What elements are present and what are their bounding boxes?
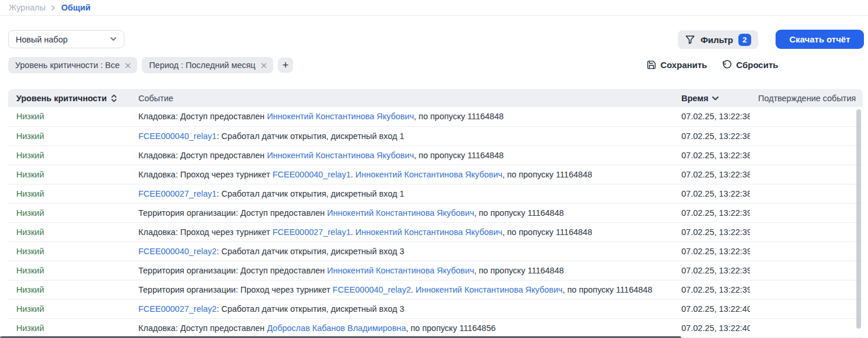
severity-cell: Низкий [8,165,134,184]
reset-button[interactable]: Сбросить [722,60,778,70]
severity-cell: Низкий [8,241,134,261]
confirmation-cell [750,184,863,203]
vertical-scrollbar-thumb[interactable] [856,109,861,329]
event-text: Кладовка: Проход через турникет [138,170,273,179]
confirmation-cell [750,222,863,241]
column-header-event[interactable]: Событие [134,89,673,107]
events-table: Уровень критичности Событие Время [8,89,863,338]
table-row[interactable]: НизкийКладовка: Доступ предоставлен Инно… [8,145,863,165]
confirmation-cell [750,318,863,337]
time-cell: 07.02.25, 13:22:40 [673,299,750,318]
time-cell: 07.02.25, 13:22:38 [673,126,750,145]
event-cell: Кладовка: Доступ предоставлен Доброслав … [134,318,673,337]
column-header-confirmation-label: Подтверждение события [758,94,856,103]
table-row[interactable]: НизкийТерритория организации: Проход чер… [8,280,863,299]
column-header-event-label: Событие [138,94,173,103]
table-row[interactable]: НизкийFCEE000040_relay2: Сработал датчик… [8,241,863,261]
filter-set-actions: Сохранить Сбросить [646,60,778,70]
preset-select[interactable]: Новый набор [8,30,124,48]
column-header-confirmation[interactable]: Подтверждение события [750,89,863,107]
event-text: . [411,285,416,294]
event-text: Кладовка: Доступ предоставлен [138,151,267,160]
filter-chips: Уровень критичности : Все ✕ Период : Пос… [8,57,293,73]
chip-period-label: Период : Последний месяц [149,61,255,70]
download-report-button[interactable]: Скачать отчёт [776,30,864,49]
event-link[interactable]: FCEE000040_relay1 [138,131,217,141]
confirmation-cell [750,126,863,145]
event-text: Территория организации: Проход через тур… [138,285,333,294]
table-row[interactable]: НизкийКладовка: Доступ предоставлен Добр… [8,318,863,337]
close-icon[interactable]: ✕ [260,61,267,70]
event-text: : Сработал датчик открытия, дискретный в… [217,304,405,314]
severity-cell: Низкий [8,107,134,126]
time-cell: 07.02.25, 13:22:38 [673,165,750,184]
time-cell: 07.02.25, 13:22:39 [673,203,750,222]
event-text: Территория организации: Доступ предостав… [138,208,327,218]
column-header-severity[interactable]: Уровень критичности [8,89,134,107]
chevron-down-icon [110,35,117,44]
event-link[interactable]: FCEE000027_relay2 [138,304,217,314]
event-text: : Сработал датчик открытия, дискретный в… [217,131,405,141]
event-link[interactable]: Доброслав Кабанов Владимировна [267,323,406,333]
event-text: , по пропуску 11164848 [414,112,503,121]
event-text: Территория организации: Доступ предостав… [138,266,327,275]
save-button[interactable]: Сохранить [646,60,707,70]
breadcrumb-journals[interactable]: Журналы [9,3,45,12]
chip-period[interactable]: Период : Последний месяц ✕ [142,57,273,73]
event-link[interactable]: Иннокентий Константинова Якубович [327,208,474,218]
chip-severity[interactable]: Уровень критичности : Все ✕ [8,57,137,73]
event-text: Кладовка: Доступ предоставлен [138,112,267,121]
table-row[interactable]: НизкийКладовка: Проход через турникет FC… [8,222,863,241]
confirmation-cell [750,203,863,222]
chevron-right-icon [50,5,56,11]
column-header-time[interactable]: Время [673,89,750,107]
filter-button-label: Фильтр [701,35,733,45]
event-link[interactable]: Иннокентий Константинова Якубович [355,170,502,179]
log-table-body: НизкийКладовка: Доступ предоставлен Инно… [8,107,863,337]
event-link[interactable]: Иннокентий Константинова Якубович [327,266,474,275]
event-link[interactable]: Иннокентий Константинова Якубович [355,227,502,237]
table-row[interactable]: НизкийТерритория организации: Доступ пре… [8,203,863,222]
table-header-row: Уровень критичности Событие Время [8,89,863,107]
time-cell: 07.02.25, 13:22:40 [673,318,750,337]
event-link[interactable]: FCEE000027_relay1 [138,189,217,198]
save-icon [646,60,656,70]
close-icon[interactable]: ✕ [124,61,132,70]
sort-both-icon [110,94,117,102]
breadcrumb-current[interactable]: Общий [61,3,90,12]
event-link[interactable]: Иннокентий Константинова Якубович [416,285,563,294]
column-header-time-label: Время [681,94,708,103]
time-cell: 07.02.25, 13:22:39 [673,222,750,241]
event-link[interactable]: FCEE000040_relay2 [333,285,411,294]
table-row[interactable]: НизкийКладовка: Доступ предоставлен Инно… [8,107,863,126]
table-row[interactable]: НизкийКладовка: Проход через турникет FC… [8,165,863,184]
event-link[interactable]: FCEE000027_relay1 [273,227,351,237]
severity-cell: Низкий [8,145,134,165]
add-filter-button[interactable]: + [278,58,293,73]
event-link[interactable]: Иннокентий Константинова Якубович [267,151,414,160]
confirmation-cell [750,107,863,126]
severity-cell: Низкий [8,126,134,145]
event-cell: FCEE000027_relay1: Сработал датчик откры… [134,184,673,203]
time-cell: 07.02.25, 13:22:39 [673,261,750,280]
breadcrumb: Журналы Общий [0,0,868,16]
event-text: : Сработал датчик открытия, дискретный в… [217,247,405,256]
table-row[interactable]: НизкийТерритория организации: Доступ пре… [8,261,863,280]
event-cell: FCEE000040_relay2: Сработал датчик откры… [134,241,673,261]
filter-button[interactable]: Фильтр 2 [678,30,758,49]
event-link[interactable]: FCEE000040_relay1 [273,170,351,179]
event-cell: Кладовка: Доступ предоставлен Иннокентий… [134,145,673,165]
event-text: , по пропуску 11164848 [474,208,563,218]
table-row[interactable]: НизкийFCEE000040_relay1: Сработал датчик… [8,126,863,145]
severity-cell: Низкий [8,280,134,299]
chip-severity-label: Уровень критичности : Все [15,61,120,70]
event-link[interactable]: FCEE000040_relay2 [138,247,217,256]
event-link[interactable]: Иннокентий Константинова Якубович [267,112,414,121]
confirmation-cell [750,261,863,280]
table-row[interactable]: НизкийFCEE000027_relay1: Сработал датчик… [8,184,863,203]
filter-count-badge: 2 [738,34,751,46]
time-cell: 07.02.25, 13:22:38 [673,107,750,126]
confirmation-cell [750,299,863,318]
event-cell: FCEE000040_relay1: Сработал датчик откры… [134,126,673,145]
table-row[interactable]: НизкийFCEE000027_relay2: Сработал датчик… [8,299,863,318]
